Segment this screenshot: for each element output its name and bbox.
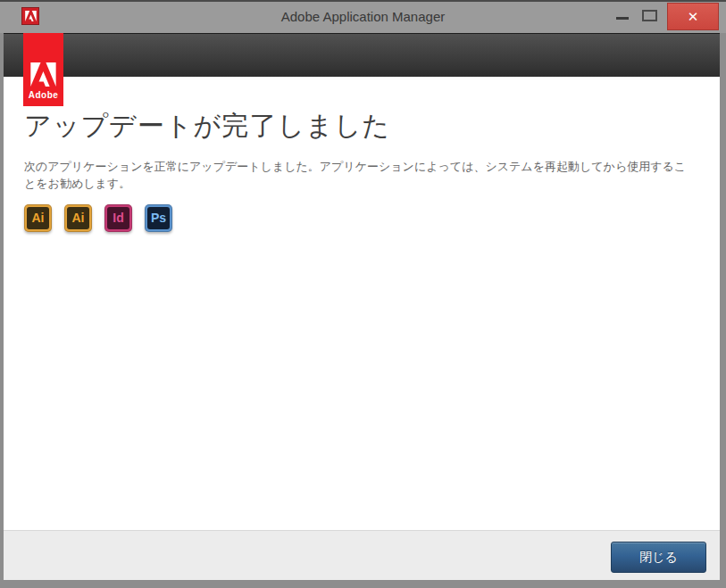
app-icon-label: Ai: [27, 207, 49, 229]
titlebar[interactable]: Adobe Application Manager ✕: [0, 2, 726, 31]
minimize-button[interactable]: [610, 2, 637, 31]
illustrator-icon: Ai: [64, 204, 92, 232]
updated-apps-list: Ai Ai Id Ps: [24, 204, 697, 232]
illustrator-icon: Ai: [24, 204, 52, 232]
close-icon: ✕: [688, 9, 699, 25]
window-content: Adobe アップデートが完了しました 次のアプリケーションを正常にアップデート…: [4, 33, 720, 580]
minimize-icon: [616, 17, 629, 20]
adobe-application-manager-window: Adobe Application Manager ✕: [0, 0, 726, 588]
adobe-logo-tag: Adobe: [23, 33, 63, 106]
maximize-button[interactable]: [637, 2, 663, 31]
adobe-brand-label: Adobe: [29, 90, 59, 100]
adobe-logo-icon: [30, 62, 56, 87]
indesign-icon: Id: [104, 204, 132, 232]
main-content: アップデートが完了しました 次のアプリケーションを正常にアップデートしました。ア…: [4, 77, 720, 530]
photoshop-icon: Ps: [145, 204, 172, 232]
close-window-button[interactable]: ✕: [667, 3, 719, 30]
window-frame: Adobe アップデートが完了しました 次のアプリケーションを正常にアップデート…: [0, 33, 726, 588]
footer-bar: 閉じる: [4, 530, 720, 580]
maximize-icon: [642, 10, 657, 21]
window-controls: ✕: [610, 2, 719, 31]
app-icon-label: Ps: [147, 207, 170, 229]
brand-header: [4, 33, 720, 77]
page-title: アップデートが完了しました: [24, 108, 697, 145]
app-icon-label: Id: [107, 207, 129, 229]
update-description: 次のアプリケーションを正常にアップデートしました。アプリケーションによっては、シ…: [24, 159, 697, 193]
close-dialog-button[interactable]: 閉じる: [611, 542, 706, 573]
app-icon-label: Ai: [67, 207, 89, 229]
